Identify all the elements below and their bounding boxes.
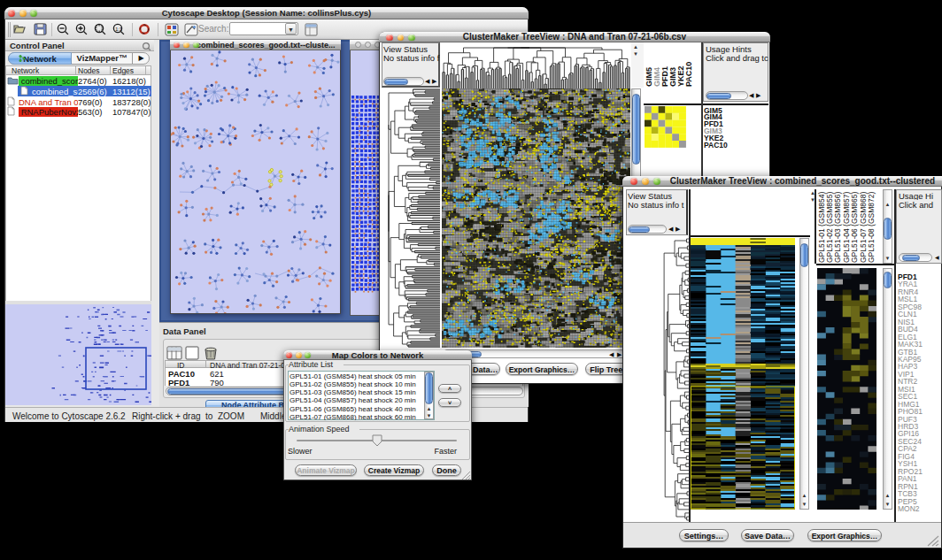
svg-text:GPL51-08 (GSM872): GPL51-08 (GSM872) [867,192,876,263]
svg-text:1:1: 1:1 [115,27,122,32]
svg-text:PAC10: PAC10 [684,62,693,87]
